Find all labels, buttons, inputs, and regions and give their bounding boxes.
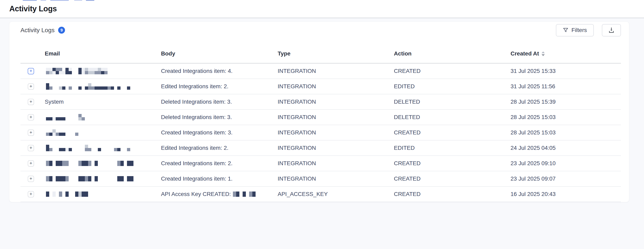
type-cell: INTEGRATION (274, 98, 390, 105)
table-row: +Created Integrations item: 3.INTEGRATIO… (20, 125, 621, 140)
redacted-text (46, 83, 130, 90)
body-cell: Created Integrations item: 3. (157, 129, 274, 136)
top-edge-artifact (74, 0, 82, 1)
table-row: +Edited Integrations item: 2.INTEGRATION… (20, 79, 621, 94)
top-edge-artifact (86, 0, 94, 1)
expand-cell: + (20, 68, 41, 74)
expand-row-button[interactable]: + (28, 160, 34, 166)
body-text: Edited Integrations item: 2. (161, 145, 228, 151)
expand-cell: + (20, 160, 41, 166)
redacted-text (46, 129, 78, 136)
created-at-cell: 24 Jul 2025 04:05 (506, 145, 621, 151)
table-row: +Created Integrations item: 1.INTEGRATIO… (20, 171, 621, 187)
expand-cell: + (20, 145, 41, 151)
redacted-text (46, 192, 88, 197)
action-cell: DELETED (390, 114, 506, 120)
action-cell: CREATED (390, 160, 506, 166)
table-row: +SystemDeleted Integrations item: 3.INTE… (20, 94, 621, 110)
filters-button-label: Filters (572, 27, 587, 34)
type-cell: INTEGRATION (274, 83, 390, 90)
column-header-body: Body (157, 34, 274, 63)
redacted-text (46, 145, 130, 151)
expand-row-button[interactable]: + (28, 191, 34, 198)
redacted-text (233, 192, 256, 197)
body-cell: API Access Key CREATED: (157, 191, 274, 198)
body-text: Created Integrations item: 2. (161, 160, 232, 166)
sort-icon[interactable] (542, 52, 545, 56)
count-badge: 9 (58, 27, 65, 34)
action-cell: CREATED (390, 191, 506, 198)
body-text: Created Integrations item: 4. (161, 68, 232, 74)
column-header-label: Email (45, 50, 60, 57)
email-cell (41, 114, 157, 120)
type-cell: INTEGRATION (274, 160, 390, 166)
card-title: Activity Logs (20, 27, 54, 34)
created-at-cell: 23 Jul 2025 09:07 (506, 176, 621, 182)
download-icon (608, 27, 615, 34)
body-text: API Access Key CREATED: (161, 191, 231, 198)
created-at-cell: 31 Jul 2025 15:33 (506, 68, 621, 74)
email-text: System (45, 98, 64, 105)
type-cell: INTEGRATION (274, 129, 390, 136)
filter-funnel-icon (563, 27, 568, 33)
column-header-label: Body (161, 50, 175, 57)
action-cell: CREATED (390, 68, 506, 74)
activity-logs-card: Activity Logs 9 Filters (9, 22, 629, 202)
column-header-label: Created At (510, 50, 539, 57)
action-cell: DELETED (390, 98, 506, 105)
table-row: +Edited Integrations item: 2.INTEGRATION… (20, 140, 621, 156)
email-cell (41, 192, 157, 197)
action-cell: EDITED (390, 83, 506, 90)
body-cell: Deleted Integrations item: 3. (157, 98, 274, 105)
top-edge-artifact (40, 0, 46, 1)
column-header-created_at[interactable]: Created At (506, 34, 621, 63)
expand-column-header (20, 41, 41, 63)
body-cell: Edited Integrations item: 2. (157, 145, 274, 151)
body-cell: Created Integrations item: 4. (157, 68, 274, 74)
email-cell (41, 161, 157, 166)
expand-cell: + (20, 130, 41, 136)
created-at-cell: 23 Jul 2025 09:10 (506, 160, 621, 166)
type-cell: INTEGRATION (274, 114, 390, 120)
created-at-cell: 28 Jul 2025 15:03 (506, 129, 621, 136)
expand-row-button[interactable]: + (28, 99, 34, 105)
column-header-label: Type (278, 50, 290, 57)
created-at-cell: 28 Jul 2025 15:03 (506, 114, 621, 120)
type-cell: INTEGRATION (274, 176, 390, 182)
redacted-text (46, 68, 108, 74)
body-cell: Edited Integrations item: 2. (157, 83, 274, 90)
expand-row-button[interactable]: + (28, 130, 34, 136)
redacted-text (46, 176, 134, 182)
body-text: Created Integrations item: 3. (161, 129, 232, 136)
table-row: +API Access Key CREATED: API_ACCESS_KEYC… (20, 187, 621, 202)
expand-row-button[interactable]: + (28, 114, 34, 120)
expand-row-button[interactable]: + (28, 84, 34, 90)
column-header-action: Action (390, 34, 506, 63)
email-cell (41, 129, 157, 136)
column-header-email: Email (41, 34, 157, 63)
created-at-cell: 28 Jul 2025 15:39 (506, 98, 621, 105)
activity-logs-table: EmailBodyTypeActionCreated At +Created I… (20, 34, 621, 202)
expand-cell: + (20, 176, 41, 182)
column-header-label: Action (394, 50, 412, 57)
email-cell (41, 145, 157, 151)
expand-cell: + (20, 114, 41, 120)
email-cell (41, 68, 157, 74)
body-text: Deleted Integrations item: 3. (161, 114, 232, 120)
action-cell: EDITED (390, 145, 506, 151)
body-text: Edited Integrations item: 2. (161, 83, 228, 90)
top-bar: Activity Logs (0, 0, 644, 18)
action-cell: CREATED (390, 129, 506, 136)
column-header-type: Type (274, 34, 390, 63)
expand-cell: + (20, 99, 41, 105)
expand-row-button[interactable]: + (28, 145, 34, 151)
body-text: Created Integrations item: 1. (161, 176, 232, 182)
expand-row-button[interactable]: + (28, 68, 34, 74)
redacted-text (46, 161, 134, 166)
body-cell: Created Integrations item: 2. (157, 160, 274, 166)
expand-row-button[interactable]: + (28, 176, 34, 182)
type-cell: API_ACCESS_KEY (274, 191, 390, 198)
body-text: Deleted Integrations item: 3. (161, 98, 232, 105)
table-body: +Created Integrations item: 4.INTEGRATIO… (20, 64, 621, 202)
email-cell (41, 83, 157, 90)
